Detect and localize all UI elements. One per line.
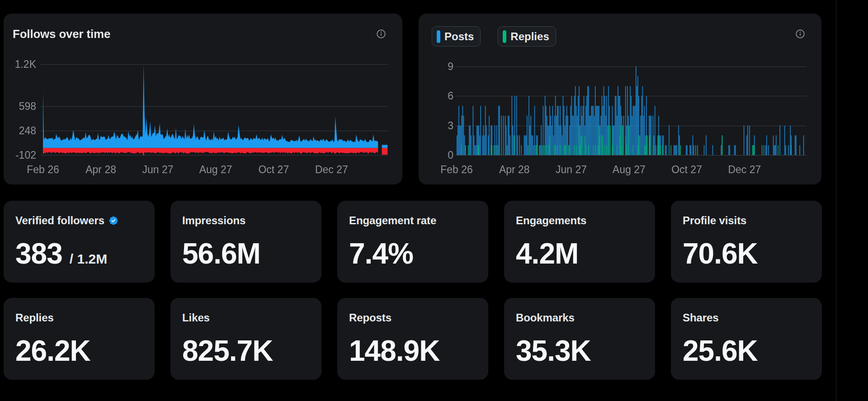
follows-over-time-card: Follows over time 1.2K598248-102Feb 26Ap… [4, 14, 402, 184]
x-axis-tick-label: Jun 27 [142, 165, 174, 175]
info-icon [376, 29, 386, 39]
stat-value: 148.9K [349, 336, 439, 366]
posts-info-button[interactable] [795, 29, 805, 39]
x-axis-tick-label: Jun 27 [556, 165, 587, 175]
stat-card-impressions: Impressions 56.6M [170, 201, 321, 283]
stat-label: Engagement rate [349, 213, 436, 228]
stat-card-bookmarks: Bookmarks 35.3K [504, 298, 655, 380]
x-axis-tick-label: Aug 27 [613, 165, 646, 175]
stat-card-profile-visits: Profile visits 70.6K [671, 201, 822, 283]
stat-card-engagements: Engagements 4.2M [504, 201, 655, 283]
vertical-divider-line [836, 0, 836, 401]
x-axis-tick-label: Feb 26 [440, 165, 473, 175]
stat-secondary-value: / 1.2M [70, 251, 107, 267]
x-axis-tick-label: Dec 27 [728, 165, 761, 175]
stat-label: Replies [15, 311, 54, 325]
x-axis-tick-label: Oct 27 [671, 165, 702, 175]
stat-label: Shares [683, 311, 718, 325]
stat-card-verified-followers: Verified followers 383 / 1.2M [4, 201, 155, 283]
stat-value: 26.2K [15, 336, 90, 366]
posts-replies-card: Posts Replies 0369Feb 26Apr 28Jun 27Aug … [419, 14, 821, 184]
replies-color-chip [503, 30, 506, 43]
stat-card-likes: Likes 825.7K [170, 298, 321, 380]
y-axis-tick-label: 3 [422, 120, 453, 131]
verified-badge-icon [108, 216, 118, 226]
stat-label: Profile visits [683, 213, 746, 228]
analytics-dashboard: Follows over time 1.2K598248-102Feb 26Ap… [0, 0, 868, 401]
stat-label: Engagements [516, 213, 586, 228]
y-axis-tick-label: -102 [5, 150, 36, 160]
x-axis-tick-label: Feb 26 [27, 165, 59, 175]
stat-value: 70.6K [683, 239, 758, 269]
chart-legend: Posts Replies [432, 26, 556, 47]
stat-card-reposts: Reposts 148.9K [337, 298, 488, 380]
stat-value: 35.3K [516, 336, 591, 366]
legend-pill-replies[interactable]: Replies [498, 26, 556, 47]
x-axis-tick-label: Apr 28 [85, 165, 116, 175]
stat-label: Verified followers [15, 213, 104, 228]
stat-card-replies: Replies 26.2K [4, 298, 155, 380]
x-axis-tick-label: Dec 27 [315, 165, 348, 175]
legend-posts-label: Posts [444, 30, 474, 43]
y-axis-tick-label: 0 [422, 150, 453, 160]
x-axis-tick-label: Apr 28 [499, 165, 530, 175]
stat-value: 56.6M [182, 239, 260, 269]
stats-grid: Verified followers 383 / 1.2M Impression… [4, 201, 822, 380]
stat-value: 4.2M [516, 239, 578, 269]
legend-replies-label: Replies [510, 30, 549, 43]
follows-info-button[interactable] [376, 29, 386, 39]
stat-value: 383 [15, 239, 62, 269]
y-axis-tick-label: 598 [5, 101, 36, 112]
stat-label: Impressions [182, 213, 245, 228]
x-axis-tick-label: Oct 27 [258, 165, 289, 175]
y-axis-tick-label: 6 [422, 91, 453, 101]
y-axis-tick-label: 9 [422, 61, 453, 71]
stat-value: 7.4% [349, 239, 413, 269]
follows-card-title: Follows over time [13, 27, 110, 41]
stat-label: Likes [182, 311, 210, 325]
stat-label: Reposts [349, 311, 392, 325]
stat-card-shares: Shares 25.6K [671, 298, 822, 380]
info-icon [795, 29, 805, 39]
stat-label: Bookmarks [516, 311, 575, 325]
stat-card-engagement-rate: Engagement rate 7.4% [337, 201, 488, 283]
posts-color-chip [437, 30, 440, 43]
x-axis-tick-label: Aug 27 [199, 165, 232, 175]
stat-value: 25.6K [683, 336, 758, 366]
y-axis-tick-label: 1.2K [5, 59, 36, 70]
legend-pill-posts[interactable]: Posts [432, 26, 481, 47]
y-axis-tick-label: 248 [5, 126, 36, 136]
stat-value: 825.7K [182, 336, 273, 366]
